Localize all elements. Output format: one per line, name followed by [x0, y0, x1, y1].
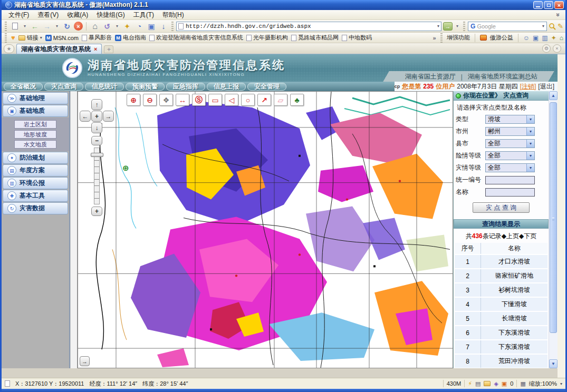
menu-view[interactable]: 查看(V): [34, 10, 62, 20]
screenshot-icon[interactable]: ▣: [502, 380, 507, 387]
collapse-menubar-icon[interactable]: »: [555, 11, 562, 19]
unified-id-input[interactable]: [485, 176, 535, 184]
ad-filter-button[interactable]: ▣: [146, 21, 157, 32]
tab-forecast-warning[interactable]: 预测预警: [126, 83, 165, 91]
pan-up-button[interactable]: ↑: [91, 99, 102, 110]
tab-disaster-query[interactable]: 灾点查询: [44, 83, 83, 91]
table-row[interactable]: 5长塘滑坡: [455, 312, 547, 326]
undo-button[interactable]: ↺: [102, 21, 112, 32]
county-select[interactable]: 全部 ▾: [485, 139, 535, 148]
pan-icon[interactable]: ❖: [159, 94, 173, 106]
undo-dropdown[interactable]: ▾: [114, 21, 120, 32]
sidebar-item-prevention-plan[interactable]: ✦ 防治规划: [3, 152, 68, 164]
highlight-button[interactable]: ✎: [558, 22, 563, 30]
geological-map[interactable]: [78, 92, 453, 368]
sidebar-item-basic-geography[interactable]: ≫ 基础地理: [3, 92, 68, 104]
search-input[interactable]: Google: [477, 23, 541, 30]
sidebar-item-disaster-data[interactable]: ↻ 灾害数据: [3, 202, 68, 214]
zoom-minus-button[interactable]: −: [91, 136, 102, 145]
search-box[interactable]: G Google ▾: [468, 22, 547, 31]
pan-left-button[interactable]: ←: [80, 111, 91, 122]
disaster-level-select[interactable]: 全部 ▾: [485, 163, 535, 172]
menu-tools[interactable]: 工具(T): [130, 10, 158, 20]
table-row[interactable]: 4下懂滑坡: [455, 298, 547, 312]
table-row[interactable]: 6下东溪滑坡: [455, 326, 547, 340]
sidebar-item-annual-scheme[interactable]: ▤ 年度方案: [3, 164, 68, 177]
rect-select-icon[interactable]: ▭: [208, 94, 222, 106]
pan-right-button[interactable]: →: [103, 111, 114, 122]
chevron-down-icon[interactable]: ▾: [526, 140, 534, 148]
diamond-icon[interactable]: ◈: [494, 380, 498, 387]
zoom-out-icon[interactable]: ⊖: [143, 94, 157, 106]
link-radio[interactable]: M电台指南: [115, 34, 146, 42]
banner-link-land-dept[interactable]: 湖南省国土资源厅: [405, 72, 456, 81]
chevron-down-icon[interactable]: ▾: [526, 115, 534, 123]
polygon-select-icon[interactable]: ◁: [225, 94, 238, 106]
building-icon[interactable]: ⌂: [560, 34, 563, 42]
url-text[interactable]: http://dzzh.hndh.gov.cn/gridweb.aspx: [186, 23, 435, 30]
zoom-dropdown-icon[interactable]: ▾: [560, 381, 562, 386]
next-page-link[interactable]: ◆下页: [519, 232, 536, 240]
link-msn[interactable]: MMSN.com: [45, 35, 79, 41]
zoom-plus-button[interactable]: +: [91, 207, 102, 216]
go-button[interactable]: →: [443, 22, 453, 31]
collector-heart-icon[interactable]: ♥: [11, 34, 15, 42]
back-button[interactable]: ←: [30, 21, 40, 32]
eraser-icon[interactable]: ▱: [274, 94, 287, 106]
exit-link[interactable]: [退出]: [538, 82, 554, 91]
download-button[interactable]: ↓: [158, 21, 169, 32]
active-tab[interactable]: 湖南省地质灾害信息系统 ×: [16, 44, 102, 54]
printer-icon[interactable]: ▤: [475, 380, 480, 387]
logout-link[interactable]: [注销]: [520, 82, 536, 91]
scroll-down-icon[interactable]: ▼: [549, 359, 558, 368]
banner-link-monitor-station[interactable]: 湖南省地质环境监测总站: [468, 72, 537, 81]
table-row[interactable]: 1才口水滑坡: [455, 255, 547, 269]
map-area[interactable]: ⊕ ⊖ ❖ ↔ Ⓢ ▭ ◁ ○ ↗ ▱ ♣ ↑ ← + → ↓ − + ⊕: [78, 91, 453, 368]
sidebar-item-env-bulletin[interactable]: ▥ 环境公报: [3, 177, 68, 189]
home-button[interactable]: ⌂: [90, 21, 100, 32]
magic-wand-button[interactable]: ✦: [122, 21, 132, 32]
prev-page-link[interactable]: ◆上页: [502, 232, 519, 240]
user-icon[interactable]: ☺: [523, 34, 530, 42]
sidebar-sub-terrain-slope[interactable]: 地形坡度: [14, 130, 56, 139]
name-input[interactable]: [485, 188, 535, 197]
sidebar-sub-rock-zoning[interactable]: 岩土区划: [14, 120, 56, 129]
forward-button[interactable]: →: [42, 21, 52, 32]
circle-select-icon[interactable]: ○: [241, 94, 255, 106]
charity-link[interactable]: 傲游公益: [490, 34, 513, 42]
link-zhongdi[interactable]: 中地数码: [342, 34, 372, 42]
tab-emergency-command[interactable]: 应急指挥: [166, 83, 205, 91]
folder-icon[interactable]: [484, 381, 491, 386]
tab-security-admin[interactable]: 安全管理: [247, 83, 286, 91]
link-photo[interactable]: 光年摄影机构: [246, 34, 288, 42]
history-dropdown[interactable]: ▾: [54, 21, 60, 32]
links-folder[interactable]: 链接 ▾: [18, 34, 42, 42]
sidebar-sub-hydrogeology[interactable]: 水文地质: [14, 140, 56, 149]
history-button[interactable]: ◔: [134, 21, 145, 32]
link-baofeng[interactable]: 暴风影音: [82, 34, 112, 42]
new-tab-button[interactable]: +: [104, 45, 113, 53]
new-page-button[interactable]: [9, 21, 20, 32]
wrench-icon[interactable]: ⚙: [542, 44, 551, 53]
address-bar[interactable]: http://dzzh.hndh.gov.cn/gridweb.aspx ▾: [176, 22, 441, 31]
scroll-map-right-button[interactable]: →: [80, 356, 90, 366]
chevron-down-icon[interactable]: ▾: [526, 164, 534, 172]
lightning-icon[interactable]: ⚡: [468, 380, 472, 387]
disaster-query-button[interactable]: 灾 点 查 询: [473, 202, 530, 213]
chevron-down-icon[interactable]: ▾: [526, 152, 534, 160]
addons-link[interactable]: 增强功能: [447, 34, 470, 42]
restore-button[interactable]: [544, 1, 553, 9]
table-row[interactable]: 8荒田冲滑坡: [455, 355, 547, 368]
measure-distance-icon[interactable]: ↔: [176, 94, 189, 106]
link-city[interactable]: 觅路城市精品网: [291, 34, 339, 42]
sidebar-item-basic-geology[interactable]: ▣ 基础地质: [3, 105, 68, 117]
address-dropdown-icon[interactable]: ▾: [437, 24, 439, 28]
go-dropdown[interactable]: ▾: [454, 21, 460, 32]
notes-icon[interactable]: ▥: [542, 34, 547, 42]
zoom-slider-handle[interactable]: [91, 153, 103, 157]
draw-line-icon[interactable]: ↗: [257, 94, 271, 106]
layers-icon[interactable]: ♣: [290, 94, 304, 106]
close-panel-icon[interactable]: ×: [553, 44, 561, 53]
city-select[interactable]: 郴州 ▾: [485, 127, 535, 136]
minimize-button[interactable]: [533, 1, 543, 9]
